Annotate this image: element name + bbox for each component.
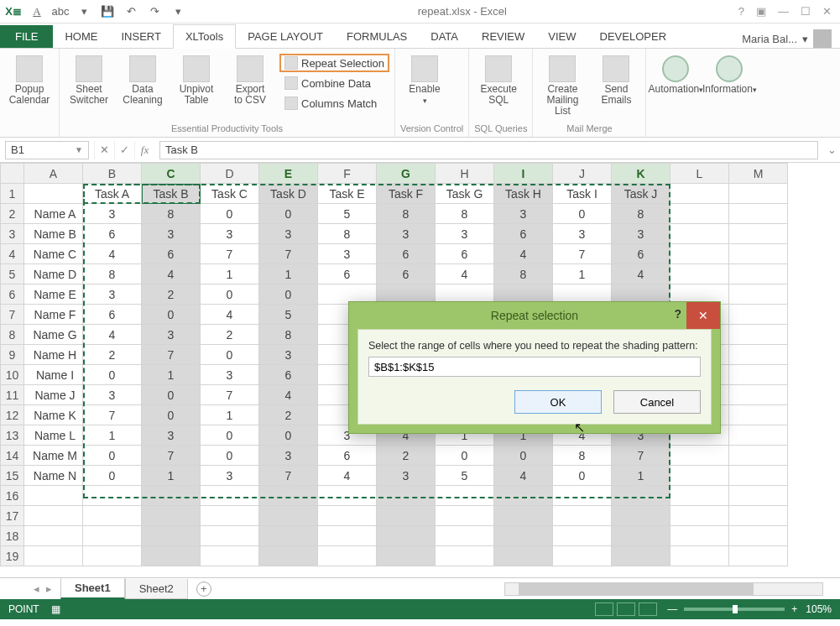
cell-K15[interactable]: 1 (612, 466, 670, 486)
cell-H16[interactable] (436, 486, 494, 506)
col-header-C[interactable]: C (142, 164, 201, 184)
cell-B14[interactable]: 0 (83, 446, 142, 466)
cell-E8[interactable]: 8 (259, 325, 318, 345)
cell-M8[interactable] (729, 325, 788, 345)
cell-M3[interactable] (729, 224, 788, 244)
cell-H19[interactable] (436, 546, 494, 566)
cell-A11[interactable]: Name J (24, 385, 83, 405)
cell-F2[interactable]: 5 (318, 204, 377, 224)
cell-I4[interactable]: 4 (494, 244, 553, 264)
cell-G19[interactable] (377, 546, 436, 566)
help-icon[interactable]: ? (738, 5, 744, 18)
row-header-4[interactable]: 4 (1, 244, 24, 264)
cell-D10[interactable]: 3 (201, 365, 259, 385)
cell-M5[interactable] (729, 264, 788, 284)
cell-K19[interactable] (612, 546, 670, 566)
cell-C3[interactable]: 3 (142, 224, 201, 244)
cell-E13[interactable]: 0 (259, 425, 318, 446)
data-cleaning-button[interactable]: DataCleaning (118, 52, 167, 106)
cell-F1[interactable]: Task E (318, 184, 377, 204)
zoom-level[interactable]: 105% (806, 603, 832, 615)
cell-C15[interactable]: 1 (142, 466, 201, 486)
cell-F18[interactable] (318, 526, 377, 546)
cell-H5[interactable]: 4 (436, 264, 494, 284)
cell-C2[interactable]: 8 (142, 204, 201, 224)
tab-file[interactable]: FILE (0, 25, 53, 48)
minimize-icon[interactable]: — (778, 5, 789, 18)
cancel-button[interactable]: Cancel (613, 390, 701, 414)
automation-button[interactable]: Automation▾ (651, 52, 700, 95)
cell-K4[interactable]: 6 (612, 244, 670, 264)
cell-J16[interactable] (553, 486, 612, 506)
cell-L3[interactable] (670, 224, 729, 244)
row-header-5[interactable]: 5 (1, 264, 24, 284)
cell-D13[interactable]: 0 (201, 425, 259, 446)
cell-I5[interactable]: 8 (494, 264, 553, 284)
cell-C1[interactable]: Task B (142, 184, 201, 204)
cell-M16[interactable] (729, 486, 788, 506)
horizontal-scrollbar[interactable] (504, 582, 823, 596)
range-input[interactable] (368, 357, 701, 377)
cell-E15[interactable]: 7 (259, 466, 318, 486)
accept-formula-icon[interactable]: ✓ (114, 141, 134, 159)
cell-E2[interactable]: 0 (259, 204, 318, 224)
col-header-K[interactable]: K (612, 164, 670, 184)
cell-D17[interactable] (201, 506, 259, 526)
cell-L14[interactable] (670, 446, 729, 466)
cell-C8[interactable]: 3 (142, 325, 201, 345)
cell-F17[interactable] (318, 506, 377, 526)
cell-L16[interactable] (670, 486, 729, 506)
cell-D8[interactable]: 2 (201, 325, 259, 345)
row-header-12[interactable]: 12 (1, 405, 24, 425)
cell-C5[interactable]: 4 (142, 264, 201, 284)
tab-home[interactable]: HOME (53, 25, 109, 48)
send-emails-button[interactable]: SendEmails (592, 52, 640, 106)
dialog-close-icon[interactable]: ✕ (686, 302, 720, 329)
row-header-19[interactable]: 19 (1, 546, 24, 566)
tab-page-layout[interactable]: PAGE LAYOUT (236, 25, 335, 48)
cell-J19[interactable] (553, 546, 612, 566)
cell-D18[interactable] (201, 526, 259, 546)
cell-D5[interactable]: 1 (201, 264, 259, 284)
cell-C13[interactable]: 3 (142, 425, 201, 446)
cell-B6[interactable]: 3 (83, 284, 142, 305)
cell-I16[interactable] (494, 486, 553, 506)
cell-D3[interactable]: 3 (201, 224, 259, 244)
cell-C11[interactable]: 0 (142, 385, 201, 405)
cell-F16[interactable] (318, 486, 377, 506)
cell-D19[interactable] (201, 546, 259, 566)
row-header-6[interactable]: 6 (1, 284, 24, 305)
cell-M10[interactable] (729, 365, 788, 385)
cell-D6[interactable]: 0 (201, 284, 259, 305)
cell-E19[interactable] (259, 546, 318, 566)
cell-B13[interactable]: 1 (83, 425, 142, 446)
cell-A5[interactable]: Name D (24, 264, 83, 284)
cell-A7[interactable]: Name F (24, 305, 83, 325)
view-pagebreak-icon[interactable] (639, 603, 657, 616)
cell-E14[interactable]: 3 (259, 446, 318, 466)
cell-J2[interactable]: 0 (553, 204, 612, 224)
cell-B4[interactable]: 4 (83, 244, 142, 264)
cell-I1[interactable]: Task H (494, 184, 553, 204)
cell-B16[interactable] (83, 486, 142, 506)
cell-C9[interactable]: 7 (142, 345, 201, 365)
cell-A9[interactable]: Name H (24, 345, 83, 365)
cell-C19[interactable] (142, 546, 201, 566)
cell-A12[interactable]: Name K (24, 405, 83, 425)
cell-B19[interactable] (83, 546, 142, 566)
cell-J4[interactable]: 7 (553, 244, 612, 264)
prev-sheet-icon[interactable]: ◂ (34, 582, 39, 595)
cell-A2[interactable]: Name A (24, 204, 83, 224)
cell-F15[interactable]: 4 (318, 466, 377, 486)
cell-F5[interactable]: 6 (318, 264, 377, 284)
tab-view[interactable]: VIEW (536, 25, 587, 48)
cell-F3[interactable]: 8 (318, 224, 377, 244)
col-header-D[interactable]: D (201, 164, 259, 184)
cell-L18[interactable] (670, 526, 729, 546)
account-area[interactable]: Maria Bal... ▾ (742, 29, 840, 48)
maximize-icon[interactable]: ☐ (801, 5, 811, 18)
row-header-8[interactable]: 8 (1, 325, 24, 345)
repeat-selection-button[interactable]: Repeat Selection (279, 54, 389, 72)
row-header-1[interactable]: 1 (1, 184, 24, 204)
cell-M11[interactable] (729, 385, 788, 405)
